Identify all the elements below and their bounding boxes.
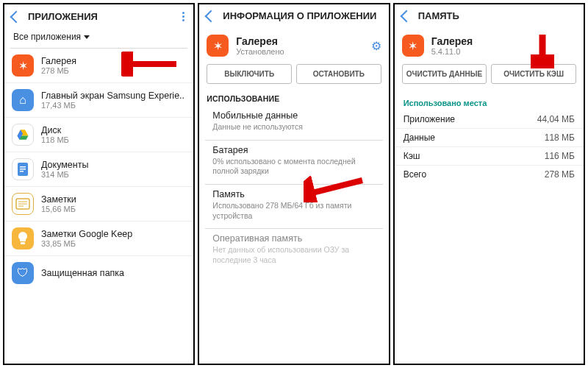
app-row-drive[interactable]: Диск 118 МБ <box>4 118 193 152</box>
app-name: Документы <box>41 160 186 170</box>
clear-cache-button[interactable]: ОЧИСТИТЬ КЭШ <box>491 64 576 84</box>
section-usage: ИСПОЛЬЗОВАНИЕ <box>199 91 388 106</box>
topbar: ПРИЛОЖЕНИЯ <box>4 4 193 29</box>
mobile-data-row[interactable]: Мобильные данные Данные не используются <box>205 106 382 141</box>
gallery-icon: ✶ <box>207 35 229 57</box>
kv-key: Кэш <box>404 151 420 161</box>
row-cache: Кэш 116 МБ <box>395 147 584 166</box>
svg-rect-13 <box>21 242 25 244</box>
app-row-samsung-home[interactable]: ⌂ Главный экран Samsung Experie.. 17,43 … <box>4 83 193 118</box>
app-size: 17,43 МБ <box>41 101 186 110</box>
app-name: Галерея <box>431 35 576 47</box>
section-used-space: Использовано места <box>395 91 584 110</box>
docs-icon <box>12 158 34 180</box>
button-row: ВЫКЛЮЧИТЬ ОСТАНОВИТЬ <box>199 64 388 91</box>
row-data: Данные 118 МБ <box>395 129 584 147</box>
more-icon[interactable] <box>181 10 186 23</box>
info-title: Память <box>212 189 375 199</box>
app-name: Галерея <box>236 35 363 47</box>
chevron-down-icon <box>84 35 90 39</box>
app-status: Установлено <box>236 47 363 56</box>
button-row: ОЧИСТИТЬ ДАННЫЕ ОЧИСТИТЬ КЭШ <box>395 64 584 91</box>
svg-rect-8 <box>20 171 24 172</box>
gear-icon[interactable]: ⚙ <box>371 39 381 53</box>
topbar: ПАМЯТЬ <box>395 4 584 27</box>
app-size: 33,85 МБ <box>41 239 186 248</box>
app-name: Заметки <box>41 194 186 205</box>
app-name: Галерея <box>41 56 186 66</box>
info-sub: Нет данных об использовании ОЗУ за после… <box>212 245 375 265</box>
page-title: ИНФОРМАЦИЯ О ПРИЛОЖЕНИИ <box>223 10 381 21</box>
row-app: Приложение 44,04 МБ <box>395 110 584 129</box>
app-row-gallery[interactable]: ✶ Галерея 278 МБ <box>4 49 193 83</box>
info-title: Оперативная память <box>212 233 375 244</box>
disable-button[interactable]: ВЫКЛЮЧИТЬ <box>207 64 292 84</box>
home-icon: ⌂ <box>12 89 34 111</box>
kv-val: 116 МБ <box>545 151 575 161</box>
topbar: ИНФОРМАЦИЯ О ПРИЛОЖЕНИИ <box>199 4 388 27</box>
info-sub: Использовано 278 МБ/64 Гб из памяти устр… <box>212 201 375 221</box>
pane-applications: ПРИЛОЖЕНИЯ Все приложения ✶ Галерея 278 … <box>3 3 195 365</box>
app-size: 15,66 МБ <box>41 205 186 213</box>
kv-key: Всего <box>404 169 426 180</box>
info-sub: Данные не используются <box>212 122 375 132</box>
app-row-docs[interactable]: Документы 314 МБ <box>4 152 193 187</box>
keep-icon <box>12 227 34 250</box>
kv-val: 278 МБ <box>545 169 575 180</box>
info-title: Батарея <box>212 145 375 155</box>
app-header: ✶ Галерея Установлено ⚙ <box>199 27 388 64</box>
app-row-secure-folder[interactable]: 🛡 Защищенная папка <box>4 256 193 290</box>
filter-label: Все приложения <box>13 32 81 42</box>
app-name: Заметки Google Keep <box>41 229 186 239</box>
svg-rect-7 <box>20 169 26 170</box>
storage-row[interactable]: Память Использовано 278 МБ/64 Гб из памя… <box>205 185 382 229</box>
app-name: Главный экран Samsung Experie.. <box>41 91 186 101</box>
back-icon[interactable] <box>400 10 412 22</box>
secure-folder-icon: 🛡 <box>12 262 34 284</box>
stop-button[interactable]: ОСТАНОВИТЬ <box>296 64 381 84</box>
kv-val: 118 МБ <box>545 132 575 143</box>
battery-row[interactable]: Батарея 0% использовано с момента послед… <box>205 141 382 185</box>
gallery-icon: ✶ <box>402 35 424 57</box>
app-row-keep[interactable]: Заметки Google Keep 33,85 МБ <box>4 222 193 256</box>
pane-storage: ПАМЯТЬ ✶ Галерея 5.4.11.0 ОЧИСТИТЬ ДАННЫ… <box>393 3 585 365</box>
pane-app-info: ИНФОРМАЦИЯ О ПРИЛОЖЕНИИ ✶ Галерея Устано… <box>198 3 390 365</box>
notes-icon <box>12 193 34 215</box>
clear-data-button[interactable]: ОЧИСТИТЬ ДАННЫЕ <box>402 64 487 84</box>
drive-icon <box>12 124 34 146</box>
gallery-icon: ✶ <box>12 54 34 77</box>
ram-row[interactable]: Оперативная память Нет данных об использ… <box>205 229 382 272</box>
info-title: Мобильные данные <box>212 110 375 121</box>
app-name: Защищенная папка <box>41 268 186 278</box>
app-list: ✶ Галерея 278 МБ ⌂ Главный экран Samsung… <box>4 49 193 364</box>
back-icon[interactable] <box>10 10 23 23</box>
app-header: ✶ Галерея 5.4.11.0 <box>395 27 584 64</box>
info-sub: 0% использовано с момента последней полн… <box>212 157 375 177</box>
filter-dropdown[interactable]: Все приложения <box>4 29 193 48</box>
kv-val: 44,04 МБ <box>537 114 575 124</box>
back-icon[interactable] <box>205 10 218 22</box>
kv-key: Приложение <box>404 114 455 124</box>
svg-rect-6 <box>20 166 26 168</box>
row-total: Всего 278 МБ <box>395 166 584 183</box>
app-name: Диск <box>41 125 186 135</box>
app-version: 5.4.11.0 <box>431 47 576 56</box>
app-size: 278 МБ <box>41 66 186 75</box>
page-title: ПРИЛОЖЕНИЯ <box>28 11 173 22</box>
app-size: 118 МБ <box>41 135 186 144</box>
app-row-notes[interactable]: Заметки 15,66 МБ <box>4 187 193 222</box>
page-title: ПАМЯТЬ <box>418 10 576 21</box>
app-size: 314 МБ <box>41 170 186 179</box>
kv-key: Данные <box>404 132 435 143</box>
